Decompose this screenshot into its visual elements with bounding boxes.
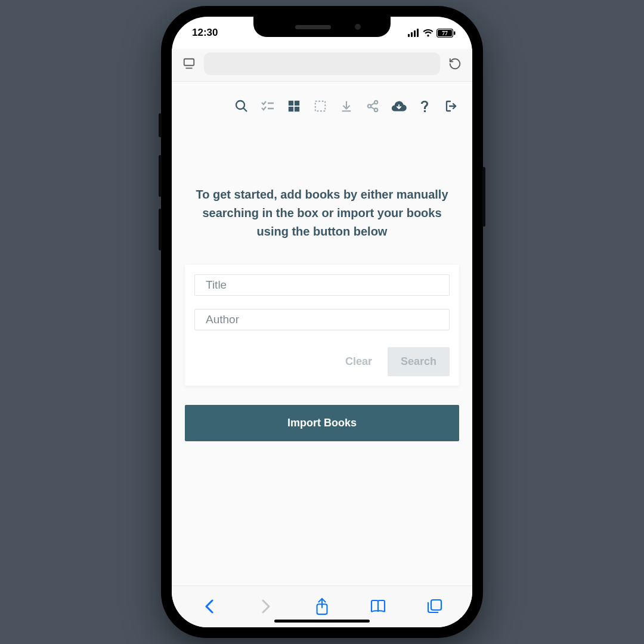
svg-rect-18: [315, 101, 326, 112]
bookmarks-icon[interactable]: [366, 595, 390, 618]
speaker: [295, 25, 331, 29]
power-button: [482, 167, 485, 227]
svg-rect-8: [184, 59, 194, 66]
url-field[interactable]: [204, 52, 440, 75]
logout-icon[interactable]: [444, 98, 459, 114]
front-camera: [355, 24, 361, 30]
wifi-icon: [422, 29, 434, 37]
mute-switch: [159, 113, 162, 137]
grid-icon[interactable]: [286, 98, 302, 114]
svg-point-21: [374, 101, 378, 104]
title-field[interactable]: Title: [194, 274, 450, 296]
notch: [253, 17, 391, 37]
svg-rect-15: [295, 101, 299, 106]
help-icon[interactable]: [417, 98, 433, 114]
browser-address-bar: [172, 49, 472, 82]
app-toolbar: [172, 82, 472, 120]
search-icon[interactable]: [234, 98, 249, 114]
back-icon[interactable]: [197, 595, 221, 618]
author-field[interactable]: Author: [194, 309, 450, 330]
svg-rect-29: [431, 600, 441, 610]
svg-line-11: [243, 108, 247, 112]
status-right: 77: [408, 29, 456, 38]
svg-rect-16: [289, 107, 293, 112]
svg-rect-2: [414, 30, 416, 37]
svg-point-23: [374, 109, 378, 112]
card-actions: Clear Search: [194, 343, 450, 376]
battery-icon: 77: [436, 29, 456, 38]
phone-frame: 12:30 77: [161, 6, 483, 638]
svg-rect-1: [411, 32, 413, 37]
intro-text: To get started, add books by either manu…: [172, 120, 472, 265]
search-button[interactable]: Search: [388, 347, 450, 376]
title-label: Title: [206, 278, 227, 292]
volume-down-button: [159, 209, 162, 250]
share-icon[interactable]: [365, 98, 380, 114]
screen: 12:30 77: [172, 17, 472, 627]
cloud-download-icon[interactable]: [391, 98, 407, 114]
clear-button[interactable]: Clear: [345, 355, 372, 368]
tabs-icon[interactable]: [423, 595, 447, 618]
author-label: Author: [206, 313, 239, 326]
share-sheet-icon[interactable]: [310, 595, 334, 618]
svg-text:77: 77: [442, 30, 448, 36]
volume-up-button: [159, 155, 162, 197]
svg-rect-17: [295, 107, 299, 112]
forward-icon: [254, 595, 278, 618]
download-icon[interactable]: [339, 98, 354, 114]
svg-rect-14: [289, 101, 293, 106]
reload-icon[interactable]: [446, 57, 464, 71]
search-card: Title Author Clear Search: [185, 265, 459, 386]
svg-point-22: [368, 104, 371, 108]
svg-point-10: [236, 101, 244, 109]
import-books-button[interactable]: Import Books: [185, 405, 459, 441]
home-indicator[interactable]: [274, 620, 370, 623]
cellular-signal-icon: [408, 29, 420, 37]
svg-rect-3: [417, 29, 419, 37]
svg-line-25: [371, 107, 374, 109]
svg-rect-6: [454, 31, 456, 35]
clock: 12:30: [192, 27, 218, 39]
select-icon[interactable]: [312, 98, 328, 114]
checklist-icon[interactable]: [260, 98, 275, 114]
reader-mode-icon[interactable]: [180, 57, 198, 70]
svg-line-24: [371, 103, 374, 106]
app-content: To get started, add books by either manu…: [172, 82, 472, 586]
svg-rect-0: [408, 34, 410, 37]
